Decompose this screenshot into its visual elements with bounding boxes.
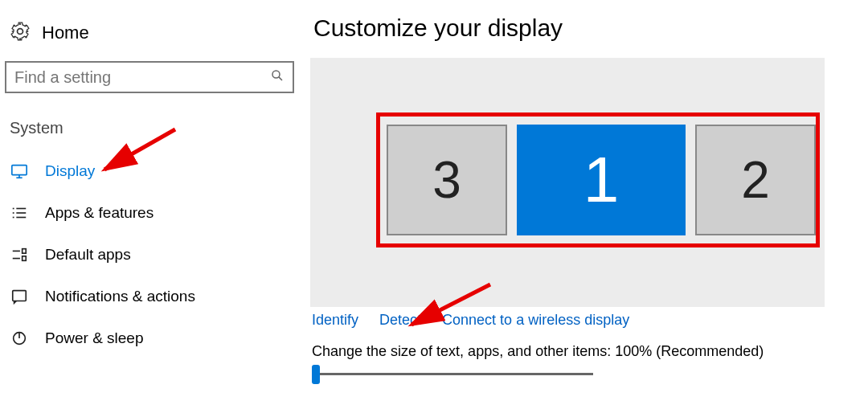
home-label: Home — [42, 22, 89, 43]
monitor-3[interactable]: 3 — [387, 125, 507, 235]
svg-line-2 — [279, 77, 282, 80]
sidebar-item-label: Default apps — [45, 246, 131, 264]
list-icon — [10, 203, 29, 223]
gear-icon — [10, 21, 31, 45]
sidebar-item-label: Power & sleep — [45, 329, 144, 347]
default-apps-icon — [10, 245, 29, 264]
detect-link[interactable]: Detect — [379, 312, 421, 329]
monitor-1-selected[interactable]: 1 — [517, 125, 686, 235]
display-arrangement-panel[interactable]: 3 1 2 — [310, 58, 825, 307]
slider-track — [312, 373, 593, 375]
search-input-container[interactable] — [5, 61, 294, 93]
svg-rect-16 — [13, 291, 27, 301]
svg-rect-13 — [23, 249, 27, 254]
sidebar-item-label: Display — [45, 162, 95, 180]
identify-link[interactable]: Identify — [312, 312, 358, 329]
home-button[interactable]: Home — [5, 8, 305, 61]
page-title: Customize your display — [305, 14, 862, 42]
monitor-2[interactable]: 2 — [695, 125, 816, 235]
sidebar-item-notifications[interactable]: Notifications & actions — [5, 276, 305, 317]
svg-rect-15 — [23, 256, 27, 261]
display-icon — [10, 162, 29, 181]
sidebar-item-power-sleep[interactable]: Power & sleep — [5, 317, 305, 359]
section-title-system: System — [5, 116, 305, 150]
svg-point-1 — [272, 71, 280, 78]
notifications-icon — [10, 287, 29, 306]
sidebar-item-display[interactable]: Display — [5, 150, 305, 192]
scaling-slider[interactable] — [312, 365, 593, 382]
sidebar-item-apps-features[interactable]: Apps & features — [5, 192, 305, 234]
power-icon — [10, 329, 29, 348]
svg-point-0 — [18, 29, 23, 35]
search-input[interactable] — [14, 68, 270, 87]
search-icon — [270, 68, 285, 86]
sidebar-item-default-apps[interactable]: Default apps — [5, 234, 305, 276]
annotation-red-box: 3 1 2 — [376, 112, 820, 247]
scale-label: Change the size of text, apps, and other… — [305, 337, 862, 365]
svg-rect-3 — [12, 166, 27, 175]
sidebar-item-label: Apps & features — [45, 204, 154, 222]
slider-thumb[interactable] — [312, 365, 320, 384]
sidebar-item-label: Notifications & actions — [45, 288, 195, 305]
connect-wireless-link[interactable]: Connect to a wireless display — [442, 312, 629, 329]
